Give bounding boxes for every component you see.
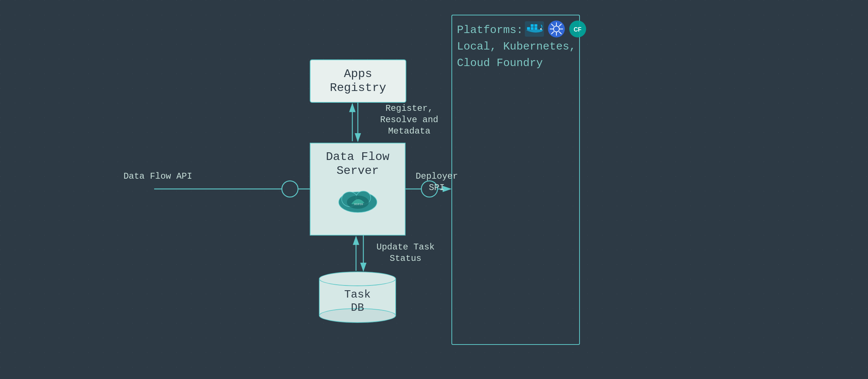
- svg-text:CF: CF: [574, 26, 582, 33]
- data-flow-server-label: Data FlowServer: [326, 150, 389, 178]
- diagram-container: AppsRegistry Data FlowServer 01010 TaskD…: [0, 0, 868, 379]
- svg-point-23: [540, 28, 542, 30]
- update-task-status-label: Update TaskStatus: [369, 241, 442, 264]
- cloud-server-icon: 01010: [336, 184, 380, 215]
- register-resolve-label: Register, Resolve andMetadata: [367, 103, 451, 137]
- platforms-items: Local, Kubernetes,Cloud Foundry: [457, 40, 576, 69]
- apps-registry-box: AppsRegistry: [310, 59, 406, 103]
- platforms-title: Platforms:: [457, 24, 523, 36]
- svg-text:01010: 01010: [354, 203, 363, 206]
- svg-rect-19: [531, 27, 534, 30]
- data-flow-server-box: Data FlowServer 01010: [310, 143, 406, 236]
- cylinder-top: [319, 272, 396, 286]
- task-db-label: TaskDB: [319, 288, 396, 314]
- svg-rect-22: [534, 24, 537, 27]
- platform-icons: CF: [525, 20, 586, 38]
- svg-point-5: [282, 181, 298, 197]
- data-flow-api-label: Data Flow API: [117, 171, 198, 182]
- task-db: TaskDB: [319, 272, 396, 323]
- cloud-foundry-icon: CF: [569, 20, 586, 38]
- docker-icon: [525, 21, 544, 37]
- kubernetes-icon: [548, 20, 565, 38]
- svg-rect-21: [531, 24, 534, 27]
- deployer-spi-label: Deployer SPI: [406, 171, 468, 193]
- apps-registry-label: AppsRegistry: [330, 67, 386, 95]
- svg-rect-18: [527, 27, 530, 30]
- svg-rect-20: [534, 27, 537, 30]
